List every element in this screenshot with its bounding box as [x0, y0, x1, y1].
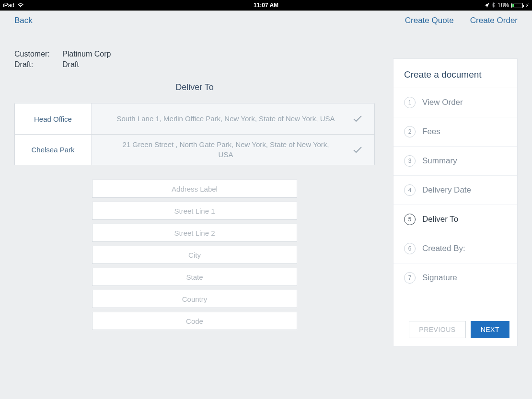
draft-value: Draft — [62, 60, 79, 69]
header-info: Customer: Platinum Corp Draft: Draft — [14, 50, 375, 69]
wifi-icon — [17, 3, 24, 8]
draft-label: Draft: — [14, 60, 53, 69]
address-table: Head Office South Lane 1, Merlin Office … — [14, 103, 375, 165]
step-fees[interactable]: 2 Fees — [393, 117, 517, 146]
check-icon — [350, 115, 365, 122]
status-time: 11:07 AM — [254, 2, 278, 9]
step-label: Summary — [422, 156, 457, 166]
device-name: iPad — [3, 2, 14, 9]
step-created-by[interactable]: 6 Created By: — [393, 234, 517, 263]
step-number: 1 — [404, 97, 416, 108]
address-label-input[interactable] — [92, 180, 297, 198]
step-label: Delivery Date — [422, 185, 471, 195]
customer-value: Platinum Corp — [62, 50, 111, 58]
address-row[interactable]: Chelsea Park 21 Green Street , North Gat… — [15, 134, 374, 165]
step-label: Signature — [422, 273, 457, 283]
address-text: 21 Green Street , North Gate Park, New Y… — [101, 140, 350, 160]
customer-label: Customer: — [14, 50, 53, 58]
bluetooth-icon — [492, 2, 495, 8]
step-delivery-date[interactable]: 4 Delivery Date — [393, 175, 517, 205]
address-text: South Lane 1, Merlin Office Park, New Yo… — [101, 114, 350, 124]
country-input[interactable] — [92, 290, 297, 308]
sidebar-title: Create a document — [393, 59, 517, 88]
charging-icon: ⚡︎ — [525, 2, 529, 9]
step-signature[interactable]: 7 Signature — [393, 263, 517, 292]
step-label: Fees — [422, 127, 440, 137]
previous-button[interactable]: PREVIOUS — [409, 321, 465, 338]
step-number: 3 — [404, 155, 416, 167]
create-quote-button[interactable]: Create Quote — [405, 16, 454, 25]
step-list: 1 View Order 2 Fees 3 Summary 4 Delivery… — [393, 88, 517, 292]
state-input[interactable] — [92, 268, 297, 286]
street1-input[interactable] — [92, 202, 297, 220]
code-input[interactable] — [92, 312, 297, 330]
battery-text: 18% — [497, 2, 509, 9]
address-row[interactable]: Head Office South Lane 1, Merlin Office … — [15, 103, 374, 134]
address-name: Chelsea Park — [15, 135, 92, 165]
step-label: View Order — [422, 98, 463, 107]
nav-bar: Back Create Quote Create Order — [0, 11, 532, 31]
step-deliver-to[interactable]: 5 Deliver To — [393, 205, 517, 234]
next-button[interactable]: NEXT — [471, 321, 509, 338]
address-name: Head Office — [15, 103, 92, 134]
check-icon — [350, 147, 365, 153]
back-button[interactable]: Back — [14, 16, 33, 25]
step-label: Created By: — [422, 244, 465, 253]
step-number: 4 — [404, 184, 416, 196]
location-icon — [485, 3, 489, 8]
city-input[interactable] — [92, 246, 297, 264]
step-number: 6 — [404, 243, 416, 254]
step-summary[interactable]: 3 Summary — [393, 146, 517, 175]
main-panel: Customer: Platinum Corp Draft: Draft Del… — [14, 31, 375, 330]
status-bar: iPad 11:07 AM 18% ⚡︎ — [0, 0, 532, 11]
section-title: Deliver To — [14, 82, 375, 92]
step-number: 7 — [404, 272, 416, 284]
step-number: 5 — [404, 214, 416, 225]
create-order-button[interactable]: Create Order — [470, 16, 518, 25]
street2-input[interactable] — [92, 224, 297, 242]
step-number: 2 — [404, 126, 416, 137]
address-form — [14, 180, 375, 330]
battery-icon — [511, 3, 523, 8]
sidebar: Create a document 1 View Order 2 Fees 3 … — [393, 58, 518, 346]
step-view-order[interactable]: 1 View Order — [393, 88, 517, 117]
step-label: Deliver To — [422, 215, 458, 224]
